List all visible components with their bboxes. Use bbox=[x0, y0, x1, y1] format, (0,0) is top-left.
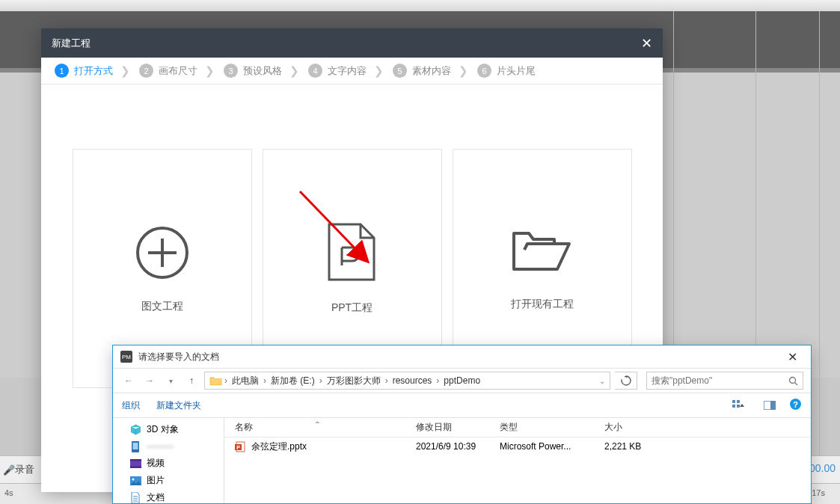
timeline-ruler-top bbox=[0, 0, 840, 11]
step-5[interactable]: 5 素材内容 ❯ bbox=[393, 64, 468, 78]
folder-icon bbox=[209, 375, 222, 386]
chevron-right-icon: ❯ bbox=[120, 64, 130, 78]
path-dropdown-icon[interactable]: ⌄ bbox=[599, 377, 605, 385]
help-icon[interactable]: ? bbox=[789, 398, 802, 414]
dialog-toolbar: 组织 新建文件夹 ? bbox=[113, 393, 811, 418]
crumb-resources[interactable]: resources bbox=[390, 375, 435, 386]
chevron-right-icon: ❯ bbox=[289, 64, 299, 78]
ppt-file-icon bbox=[325, 222, 379, 283]
svg-point-20 bbox=[132, 478, 134, 480]
step-3[interactable]: 3 预设风格 ❯ bbox=[224, 64, 299, 78]
col-size[interactable]: 大小 bbox=[604, 421, 679, 434]
dialog-title-text: 请选择要导入的文档 bbox=[138, 351, 219, 363]
sidebar-item-pictures[interactable]: 图片 bbox=[113, 472, 224, 489]
crumb-thispc[interactable]: 此电脑 bbox=[230, 375, 261, 387]
close-icon[interactable]: ✕ bbox=[641, 35, 652, 52]
col-name[interactable]: 名称 ⌃ bbox=[224, 421, 416, 434]
dialog-sidebar: 3D 对象 ——— 视频 图片 bbox=[113, 418, 224, 503]
svg-rect-18 bbox=[130, 466, 141, 468]
dialog-titlebar: PM 请选择要导入的文档 ✕ bbox=[113, 345, 811, 368]
newfolder-button[interactable]: 新建文件夹 bbox=[156, 399, 201, 412]
wizard-steps: 1 打开方式 ❯ 2 画布尺寸 ❯ 3 预设风格 ❯ 4 文字内容 ❯ 5 素材… bbox=[41, 58, 663, 84]
svg-rect-11 bbox=[770, 401, 776, 410]
cube-3d-icon bbox=[129, 424, 141, 436]
step-6[interactable]: 6 片头片尾 bbox=[477, 64, 536, 78]
wizard-titlebar: 新建工程 ✕ bbox=[41, 28, 663, 58]
picture-icon bbox=[129, 475, 141, 487]
up-icon[interactable]: ↑ bbox=[183, 372, 200, 389]
crumb-app[interactable]: 万彩图影大师 bbox=[325, 375, 383, 387]
step-1[interactable]: 1 打开方式 ❯ bbox=[55, 64, 130, 78]
file-list-header: 名称 ⌃ 修改日期 类型 大小 bbox=[224, 418, 811, 437]
file-list: 名称 ⌃ 修改日期 类型 大小 P 余弦定理.pptx 2021/6/9 10:… bbox=[224, 418, 811, 503]
refresh-icon[interactable] bbox=[615, 372, 637, 390]
document-icon bbox=[129, 492, 141, 504]
breadcrumb[interactable]: › 此电脑 › 新加卷 (E:) › 万彩图影大师 › resources › … bbox=[204, 372, 610, 390]
svg-rect-17 bbox=[130, 459, 141, 461]
svg-rect-6 bbox=[732, 400, 735, 403]
sort-caret-icon: ⌃ bbox=[314, 420, 320, 428]
plus-circle-icon bbox=[133, 224, 191, 282]
svg-point-4 bbox=[790, 377, 796, 383]
svg-text:P: P bbox=[236, 444, 240, 449]
chevron-right-icon: ❯ bbox=[374, 64, 384, 78]
preview-pane-icon[interactable] bbox=[758, 397, 782, 414]
chevron-right-icon: ❯ bbox=[459, 64, 468, 78]
svg-text:?: ? bbox=[793, 399, 798, 408]
back-icon[interactable]: ← bbox=[120, 372, 137, 389]
svg-rect-15 bbox=[133, 443, 138, 449]
sidebar-item-device[interactable]: ——— bbox=[113, 438, 224, 455]
app-icon: PM bbox=[120, 351, 132, 363]
sidebar-item-videos[interactable]: 视频 bbox=[113, 455, 224, 472]
chevron-right-icon: ❯ bbox=[205, 64, 215, 78]
close-icon[interactable]: ✕ bbox=[782, 350, 803, 364]
step-2[interactable]: 2 画布尺寸 ❯ bbox=[139, 64, 215, 78]
folder-open-icon bbox=[511, 226, 574, 280]
forward-icon[interactable]: → bbox=[141, 372, 158, 389]
step-4[interactable]: 4 文字内容 ❯ bbox=[308, 64, 384, 78]
device-icon bbox=[129, 440, 141, 452]
col-type[interactable]: 类型 bbox=[500, 421, 604, 434]
svg-rect-8 bbox=[732, 405, 735, 408]
record-label: 录音 bbox=[15, 463, 34, 476]
col-date[interactable]: 修改日期 bbox=[416, 421, 500, 434]
svg-rect-7 bbox=[737, 400, 740, 403]
file-open-dialog: PM 请选择要导入的文档 ✕ ← → ▾ ↑ › 此电脑 › 新加卷 (E:) … bbox=[112, 345, 812, 504]
svg-line-5 bbox=[795, 382, 798, 385]
file-row[interactable]: P 余弦定理.pptx 2021/6/9 10:39 Microsoft Pow… bbox=[224, 437, 811, 455]
pptx-file-icon: P bbox=[235, 441, 246, 452]
search-input[interactable] bbox=[646, 372, 803, 390]
wizard-title-text: 新建工程 bbox=[52, 37, 91, 50]
organize-menu[interactable]: 组织 bbox=[122, 399, 140, 412]
video-icon bbox=[129, 458, 141, 470]
dialog-nav-bar: ← → ▾ ↑ › 此电脑 › 新加卷 (E:) › 万彩图影大师 › reso… bbox=[113, 368, 811, 393]
crumb-pptdemo[interactable]: pptDemo bbox=[441, 375, 482, 386]
search-icon bbox=[788, 376, 798, 386]
sidebar-item-3d[interactable]: 3D 对象 bbox=[113, 421, 224, 438]
view-mode-icon[interactable] bbox=[726, 397, 750, 414]
crumb-drive[interactable]: 新加卷 (E:) bbox=[269, 375, 317, 387]
sidebar-item-documents[interactable]: 文档 bbox=[113, 489, 224, 503]
history-dropdown-icon[interactable]: ▾ bbox=[162, 372, 179, 389]
svg-rect-9 bbox=[737, 405, 740, 408]
